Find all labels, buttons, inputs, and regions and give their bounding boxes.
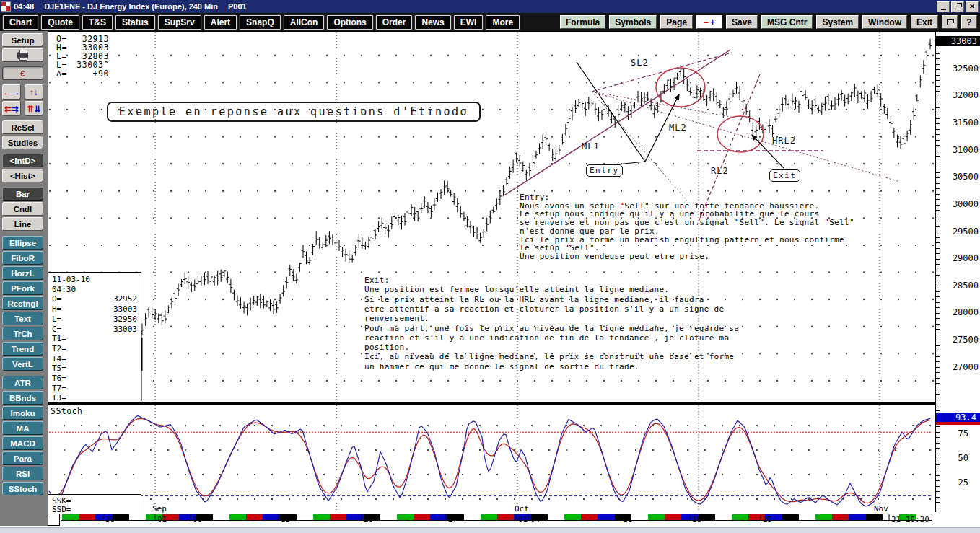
databox-label: T6= bbox=[52, 374, 66, 383]
menu-exit[interactable]: Exit bbox=[911, 15, 938, 29]
databox-label: T7= bbox=[52, 384, 66, 393]
menu-options[interactable]: Options bbox=[327, 15, 372, 30]
menu-save[interactable]: Save bbox=[726, 15, 758, 29]
help-button[interactable]: ? bbox=[961, 15, 977, 29]
session-segment bbox=[849, 514, 865, 520]
sidebar-ellipse[interactable]: Ellipse bbox=[2, 236, 43, 250]
menu-supsrv[interactable]: SupSrv bbox=[158, 15, 201, 30]
menu-status[interactable]: Status bbox=[115, 15, 155, 30]
menu-msg-cntr[interactable]: MSG Cntr bbox=[761, 15, 813, 29]
sidebar-bbnds[interactable]: BBnds bbox=[2, 391, 43, 405]
quote-line: ∆=+90 bbox=[56, 69, 109, 77]
menu-order[interactable]: Order bbox=[376, 15, 413, 30]
quote-label: ∆= bbox=[56, 69, 67, 79]
euro-button[interactable]: € bbox=[2, 66, 43, 80]
menu-symbols[interactable]: Symbols bbox=[609, 15, 657, 29]
print-button[interactable] bbox=[2, 48, 43, 62]
menu-chart[interactable]: Chart bbox=[3, 15, 38, 30]
price-axis-tickmarks bbox=[936, 32, 940, 512]
note-line: renversement. bbox=[364, 314, 429, 323]
menu-ewi[interactable]: EWI bbox=[454, 15, 484, 30]
swap-horizontal-button[interactable]: ←→ bbox=[2, 84, 21, 100]
sidebar-intd[interactable]: <IntD> bbox=[2, 154, 43, 167]
session-segment bbox=[330, 514, 346, 520]
session-segment bbox=[564, 514, 581, 520]
app-icon bbox=[1, 2, 10, 11]
restore-button[interactable] bbox=[951, 1, 964, 12]
databox-value: 32952 bbox=[113, 294, 137, 304]
price-tick-label: 31000 bbox=[936, 145, 979, 155]
chart-note-box[interactable]: Exemple en reponse aux questions d'Etino… bbox=[107, 102, 481, 122]
session-segment bbox=[380, 514, 397, 520]
sidebar-rsi[interactable]: RSI bbox=[2, 467, 43, 480]
sidebar-cndl[interactable]: Cndl bbox=[2, 202, 43, 216]
sidebar-trend[interactable]: Trend bbox=[2, 342, 43, 356]
minimize-button[interactable] bbox=[937, 1, 950, 12]
sidebar-vertl[interactable]: VertL bbox=[2, 357, 43, 371]
clock: 04:48 bbox=[14, 2, 34, 11]
sidebar-trch[interactable]: TrCh bbox=[2, 327, 43, 340]
sidebar-macd[interactable]: MACD bbox=[2, 436, 43, 450]
sidebar-setup[interactable]: Setup bbox=[2, 33, 43, 47]
swap-vertical-double-button[interactable]: ⇈⇊ bbox=[25, 101, 43, 116]
sidebar-imoku[interactable]: Imoku bbox=[2, 406, 43, 420]
databox-label: T4= bbox=[52, 354, 66, 364]
price-tick-label: 27000 bbox=[936, 362, 979, 372]
note-line: Si le prix atteint la RL ou la HRL avant… bbox=[364, 295, 704, 304]
menu-alert[interactable]: Alert bbox=[204, 15, 237, 30]
sidebar-rectngl[interactable]: Rectngl bbox=[2, 296, 43, 310]
date-tick-label: 11 bbox=[623, 515, 632, 524]
menu-more[interactable]: More bbox=[486, 15, 520, 30]
session-segment bbox=[430, 514, 447, 520]
databox-value: 32950 bbox=[113, 314, 137, 324]
note-line: Pour ma part, une fois le prix au niveau… bbox=[364, 324, 739, 333]
sidebar-rescl[interactable]: ReScl bbox=[2, 120, 43, 134]
sidebar-ma[interactable]: MA bbox=[2, 421, 43, 435]
sidebar-pfork[interactable]: PFork bbox=[2, 281, 43, 295]
price-tick-label: 28500 bbox=[936, 281, 979, 291]
stochastic-panel[interactable] bbox=[48, 405, 935, 512]
date-tick-label: 01 bbox=[518, 515, 528, 524]
close-button[interactable]: ✕ bbox=[966, 1, 979, 12]
status-strip bbox=[0, 526, 980, 533]
session-segment bbox=[665, 514, 681, 520]
menu-quote[interactable]: Quote bbox=[41, 15, 79, 30]
sidebar-atr[interactable]: ATR bbox=[2, 376, 43, 389]
sidebar-bar[interactable]: Bar bbox=[2, 187, 43, 201]
swap-horizontal-double-button[interactable]: ⇇⇉ bbox=[2, 101, 21, 116]
date-tick-label: 31-16:30 bbox=[891, 515, 929, 524]
menu---[interactable]: −+ bbox=[696, 15, 722, 29]
price-tick-label: 30500 bbox=[936, 172, 979, 182]
menu-page[interactable]: Page bbox=[660, 15, 693, 29]
sidebar-para[interactable]: Para bbox=[2, 451, 43, 465]
date-tick-label: 18 bbox=[692, 515, 701, 524]
stoch-tick-label: 75 bbox=[936, 428, 968, 439]
note-line: Une position vendeuse peut etre prise. bbox=[520, 252, 709, 261]
sidebar-text[interactable]: Text bbox=[2, 312, 43, 325]
quote-value: +90 bbox=[67, 69, 109, 79]
swap-vertical-button[interactable]: ↑↓ bbox=[25, 84, 43, 100]
sidebar-horzl[interactable]: HorzL bbox=[2, 266, 43, 280]
menu-ts[interactable]: T&S bbox=[82, 15, 113, 30]
entry-tag[interactable]: Entry bbox=[586, 164, 623, 177]
sidebar-hist[interactable]: <Hist> bbox=[2, 169, 43, 182]
price-tick-label: 27500 bbox=[936, 335, 979, 345]
quote-line: L=33003^ bbox=[56, 60, 109, 69]
exit-tag[interactable]: Exit bbox=[769, 169, 800, 182]
sidebar-studies[interactable]: Studies bbox=[2, 136, 43, 149]
menu-system[interactable]: System bbox=[816, 15, 859, 29]
sidebar-line[interactable]: Line bbox=[2, 217, 43, 231]
menu-news[interactable]: News bbox=[415, 15, 450, 30]
menu-window[interactable]: Window bbox=[862, 15, 907, 29]
databox-label: L= bbox=[52, 314, 61, 324]
menu-left-group: ChartQuoteT&SStatusSupSrvAlertSnapQAllCo… bbox=[3, 15, 520, 30]
sidebar-fibor[interactable]: FiboR bbox=[2, 251, 43, 265]
restore-page-button[interactable] bbox=[942, 15, 958, 29]
sidebar-sstoch[interactable]: SStoch bbox=[2, 482, 43, 495]
swap-vertical-double-icon: ⇈ bbox=[27, 104, 34, 114]
menu-allcon[interactable]: AllCon bbox=[284, 15, 325, 30]
menu-formula[interactable]: Formula bbox=[560, 15, 605, 29]
session-segment bbox=[297, 514, 313, 520]
session-segment bbox=[313, 514, 330, 520]
menu-snapq[interactable]: SnapQ bbox=[240, 15, 281, 30]
